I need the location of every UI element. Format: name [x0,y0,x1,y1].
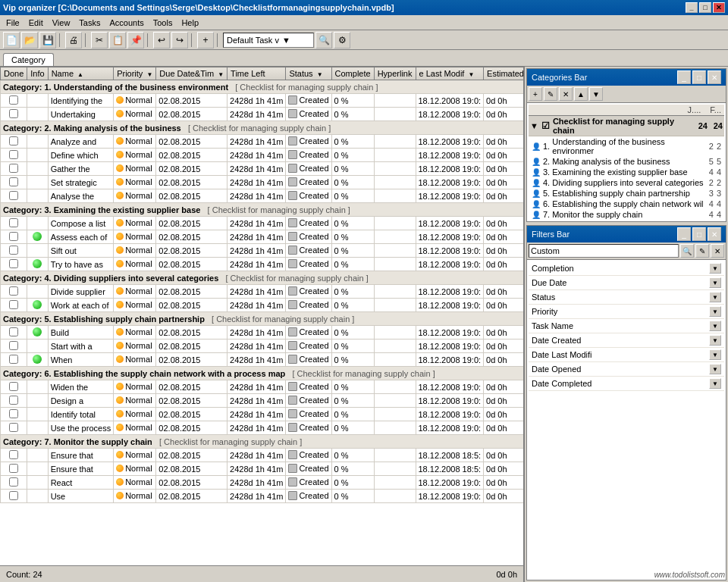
filter-row[interactable]: Priority ▼ [529,305,724,319]
cat-edit-button[interactable]: ✎ [544,87,557,101]
filter-row[interactable]: Due Date ▼ [529,276,724,290]
task-checkbox[interactable] [9,109,18,118]
task-checkbox-cell[interactable] [1,285,27,299]
col-info[interactable]: Info [27,67,48,80]
table-row[interactable]: Analyse the Normal 02.08.2015 2428d 1h 4… [1,189,524,203]
cut-button[interactable]: ✂ [91,32,108,48]
filter-dropdown-button[interactable]: ▼ [709,292,721,302]
task-checkbox[interactable] [9,191,18,200]
cat-delete-button[interactable]: ✕ [559,87,573,101]
copy-button[interactable]: 📋 [109,32,126,48]
view-dropdown[interactable]: Default Task v ▼ [223,33,314,48]
filter-dropdown-button[interactable]: ▼ [709,306,721,317]
table-row[interactable]: Sift out Normal 02.08.2015 2428d 1h 41m … [1,244,524,258]
task-checkbox[interactable] [9,286,18,296]
cat-add-button[interactable]: + [529,87,542,101]
tab-category[interactable]: Category [3,53,54,66]
task-checkbox[interactable] [9,164,18,173]
table-row[interactable]: Design a Normal 02.08.2015 2428d 1h 41m … [1,394,524,408]
table-row[interactable]: Analyze and Normal 02.08.2015 2428d 1h 4… [1,135,524,149]
table-row[interactable]: Divide supplier Normal 02.08.2015 2428d … [1,285,524,299]
table-row[interactable]: Ensure that Normal 02.08.2015 2428d 1h 4… [1,462,524,476]
task-checkbox[interactable] [9,232,18,241]
filter-row[interactable]: Task Name ▼ [529,319,724,333]
table-row[interactable]: Gather the Normal 02.08.2015 2428d 1h 41… [1,162,524,176]
task-checkbox-cell[interactable] [1,408,27,421]
filter-row[interactable]: Date Created ▼ [529,333,724,348]
list-item[interactable]: 👤 5. Establishing supply chain partnersh… [529,188,724,199]
table-row[interactable]: React Normal 02.08.2015 2428d 1h 41m Cre… [1,476,524,490]
table-row[interactable]: Compose a list Normal 02.08.2015 2428d 1… [1,217,524,230]
task-checkbox-cell[interactable] [1,149,27,162]
table-row[interactable]: Set strategic Normal 02.08.2015 2428d 1h… [1,176,524,189]
task-checkbox[interactable] [9,382,18,391]
task-checkbox-cell[interactable] [1,108,27,121]
task-checkbox-cell[interactable] [1,353,27,367]
task-checkbox-cell[interactable] [1,258,27,271]
cat-down-button[interactable]: ▼ [589,87,603,101]
table-row[interactable]: Use Normal 02.08.2015 2428d 1h 41m Creat… [1,490,524,503]
col-estimated[interactable]: Estimated Time [484,67,523,80]
menu-accounts[interactable]: Accounts [105,17,148,29]
paste-button[interactable]: 📌 [127,32,144,48]
table-row[interactable]: Try to have as Normal 02.08.2015 2428d 1… [1,258,524,271]
task-checkbox-cell[interactable] [1,176,27,189]
task-checkbox-cell[interactable] [1,326,27,340]
cat-root-row[interactable]: ▼ ☑ Checklist for managing supply chain … [529,116,724,136]
col-priority[interactable]: Priority ▼ [114,67,156,80]
filt-close-button[interactable]: ✕ [708,227,721,241]
task-checkbox[interactable] [9,327,18,336]
table-row[interactable]: Build Normal 02.08.2015 2428d 1h 41m Cre… [1,326,524,340]
col-status[interactable]: Status ▼ [286,67,331,80]
task-checkbox[interactable] [9,246,18,255]
task-checkbox[interactable] [9,450,18,459]
task-checkbox-cell[interactable] [1,94,27,108]
task-checkbox[interactable] [9,136,18,146]
task-checkbox[interactable] [9,477,18,487]
filter-dropdown-button[interactable]: ▼ [709,364,721,374]
task-checkbox[interactable] [9,409,18,418]
task-checkbox-cell[interactable] [1,299,27,312]
task-checkbox-cell[interactable] [1,421,27,435]
task-checkbox-cell[interactable] [1,244,27,258]
menu-file[interactable]: File [2,17,24,29]
table-row[interactable]: Identifying the Normal 02.08.2015 2428d … [1,94,524,108]
search-button[interactable]: 🔍 [315,32,332,48]
menu-edit[interactable]: Edit [24,17,48,29]
list-item[interactable]: 👤 2. Making analysis of the business 5 5 [529,156,724,167]
close-button[interactable]: ✕ [713,2,725,13]
filter-dropdown-button[interactable]: ▼ [709,321,721,331]
menu-tasks[interactable]: Tasks [74,17,105,29]
table-row[interactable]: Ensure that Normal 02.08.2015 2428d 1h 4… [1,449,524,462]
table-row[interactable]: Define which Normal 02.08.2015 2428d 1h … [1,149,524,162]
task-checkbox[interactable] [9,423,18,432]
col-complete[interactable]: Complete [331,67,374,80]
cat-up-button[interactable]: ▲ [574,87,588,101]
filter-dropdown-button[interactable]: ▼ [709,378,721,389]
cat-close-button[interactable]: ✕ [708,70,721,84]
task-checkbox-cell[interactable] [1,394,27,408]
task-checkbox[interactable] [9,355,18,364]
filt-min-button[interactable]: _ [677,227,691,241]
filter-row[interactable]: Completion ▼ [529,261,724,276]
task-checkbox-cell[interactable] [1,490,27,503]
filter-dropdown-button[interactable]: ▼ [709,277,721,288]
task-checkbox-cell[interactable] [1,476,27,490]
menu-view[interactable]: View [48,17,75,29]
list-item[interactable]: 👤 6. Establishing the supply chain netwo… [529,199,724,209]
list-item[interactable]: 👤 3. Examining the existing supplier bas… [529,167,724,177]
task-checkbox[interactable] [9,177,18,186]
task-checkbox-cell[interactable] [1,135,27,149]
settings-button[interactable]: ⚙ [334,32,350,48]
filt-restore-button[interactable]: □ [692,227,706,241]
task-checkbox[interactable] [9,491,18,500]
task-checkbox[interactable] [9,464,18,473]
task-checkbox[interactable] [9,300,18,309]
table-row[interactable]: Assess each of Normal 02.08.2015 2428d 1… [1,230,524,244]
maximize-button[interactable]: □ [699,2,711,13]
task-checkbox-cell[interactable] [1,162,27,176]
add-task-button[interactable]: + [197,32,214,48]
filter-edit-button[interactable]: ✎ [695,244,709,258]
table-row[interactable]: Widen the Normal 02.08.2015 2428d 1h 41m… [1,380,524,394]
task-checkbox-cell[interactable] [1,189,27,203]
